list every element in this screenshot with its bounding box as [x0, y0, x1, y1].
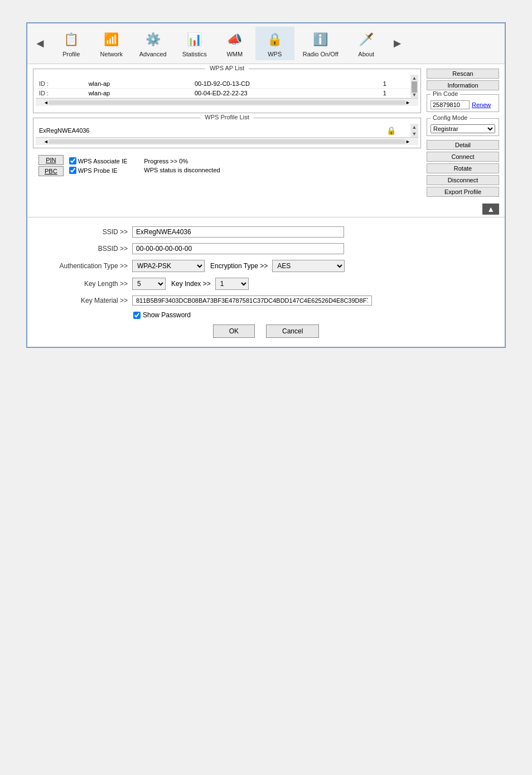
ssid-row: SSID >> — [38, 226, 494, 238]
key-length-row: Key Length >> 5 13 Key Index >> 1 2 — [38, 278, 494, 290]
config-mode-title: Config Mode — [431, 114, 470, 121]
renew-link[interactable]: Renew — [472, 101, 491, 108]
wps-left-panel: WPS AP List ID : wlan-ap 00-1D-92-C0-13-… — [33, 69, 421, 197]
ap-list-hscroll[interactable]: ◄ ► — [36, 98, 418, 106]
wps-controls: PIN PBC WPS Associate IE WPS Probe IE — [33, 153, 421, 178]
bssid-row: BSSID >> — [38, 243, 494, 254]
wps-probe-ie-check-label: WPS Probe IE — [69, 167, 128, 174]
toolbar-item-network[interactable]: 📶 Network — [92, 27, 131, 60]
content-area: WPS AP List ID : wlan-ap 00-1D-92-C0-13-… — [27, 64, 505, 347]
enc-type-select[interactable]: AES TKIP NONE — [272, 260, 345, 272]
wps-associate-ie-checkbox[interactable] — [69, 157, 76, 164]
toolbar-item-wmm[interactable]: 📣 WMM — [215, 27, 254, 60]
expand-button[interactable]: ▲ — [482, 204, 499, 215]
main-window: ◄ 📋 Profile 📶 Network ⚙️ Advanced 📊 Stat… — [26, 22, 506, 348]
profile-vscroll-up-icon[interactable]: ▲ — [412, 124, 417, 130]
ap-ch-1: 1 — [380, 79, 410, 89]
disconnect-button[interactable]: Disconnect — [427, 175, 499, 185]
radio-label: Radio On/Off — [303, 51, 338, 57]
key-index-select[interactable]: 1 2 — [215, 278, 249, 290]
show-password-row: Show Password — [133, 311, 494, 319]
cancel-button[interactable]: Cancel — [266, 324, 319, 338]
information-button[interactable]: Information — [427, 80, 499, 90]
wps-probe-ie-checkbox[interactable] — [69, 167, 76, 174]
pin-button[interactable]: PIN — [38, 155, 64, 165]
wmm-label: WMM — [226, 51, 243, 57]
toolbar-item-radio[interactable]: ℹ️ Radio On/Off — [296, 27, 346, 60]
network-icon: 📶 — [101, 30, 122, 50]
show-password-checkbox[interactable] — [133, 312, 141, 319]
ap-mac-val-2: 00-04-ED-22-22-23 — [191, 89, 380, 98]
ssid-input[interactable] — [132, 226, 344, 238]
key-length-label: Key Length >> — [38, 280, 128, 288]
ap-ch-2: 1 — [380, 89, 410, 98]
vscroll-thumb — [412, 81, 417, 93]
profile-hscroll-right-icon[interactable]: ► — [405, 139, 410, 144]
hscroll-track — [49, 100, 405, 105]
advanced-icon: ⚙️ — [143, 30, 163, 50]
export-profile-button[interactable]: Export Profile — [427, 187, 499, 197]
statistics-label: Statistics — [182, 51, 207, 57]
ap-table-inner: ID : wlan-ap 00-1D-92-C0-13-CD 1 ID : wl… — [36, 75, 410, 98]
radio-icon: ℹ️ — [311, 30, 331, 50]
toolbar-item-profile[interactable]: 📋 Profile — [52, 27, 91, 60]
toolbar-item-about[interactable]: 🗡️ About — [347, 27, 386, 60]
about-label: About — [358, 51, 374, 57]
config-mode-select[interactable]: Registrar Enrollee — [431, 124, 495, 133]
rotate-button[interactable]: Rotate — [427, 163, 499, 173]
profile-vscroll-down-icon[interactable]: ▼ — [412, 130, 417, 137]
connect-button[interactable]: Connect — [427, 152, 499, 162]
ap-name-1: wlan-ap — [85, 79, 171, 89]
wps-status-text: WPS status is disconnected — [144, 167, 220, 173]
key-length-select[interactable]: 5 13 — [132, 278, 166, 290]
toolbar: ◄ 📋 Profile 📶 Network ⚙️ Advanced 📊 Stat… — [27, 23, 505, 64]
hscroll-right-icon[interactable]: ► — [405, 100, 410, 105]
wps-ap-list-box: WPS AP List ID : wlan-ap 00-1D-92-C0-13-… — [33, 69, 421, 113]
ap-mac-val-1: 00-1D-92-C0-13-CD — [191, 79, 380, 89]
wps-top-panel: WPS AP List ID : wlan-ap 00-1D-92-C0-13-… — [27, 64, 505, 201]
wps-right-panel: Rescan Information Pin Code Renew Config… — [427, 69, 499, 197]
bssid-input[interactable] — [132, 243, 344, 254]
toolbar-item-advanced[interactable]: ⚙️ Advanced — [132, 27, 174, 60]
pin-code-title: Pin Code — [431, 90, 460, 97]
table-row[interactable]: ID : wlan-ap 00-1D-92-C0-13-CD 1 — [36, 79, 410, 89]
back-arrow-icon[interactable]: ◄ — [30, 34, 51, 53]
ssid-label: SSID >> — [38, 228, 128, 236]
key-material-input[interactable] — [132, 296, 372, 306]
forward-arrow-icon[interactable]: ► — [387, 34, 408, 53]
profile-list-vscroll[interactable]: ▲ ▼ — [410, 124, 418, 137]
ap-list-vscroll[interactable]: ▲ ▼ — [410, 75, 418, 98]
profile-list-container: ExRegNWEA4036 🔒 ▲ ▼ — [36, 124, 418, 137]
profile-list-inner: ExRegNWEA4036 🔒 — [36, 124, 410, 137]
table-row[interactable]: ID : wlan-ap 00-04-ED-22-22-23 1 — [36, 89, 410, 98]
toolbar-item-wps[interactable]: 🔒 WPS — [255, 27, 294, 60]
auth-type-select[interactable]: WPA2-PSK WPA-PSK OPEN SHARED — [132, 260, 205, 272]
detail-button[interactable]: Detail — [427, 140, 499, 150]
wps-associate-ie-check-label: WPS Associate IE — [69, 157, 128, 164]
profile-hscroll-left-icon[interactable]: ◄ — [43, 139, 49, 144]
key-material-label: Key Material >> — [38, 297, 128, 304]
profile-lock-icon: 🔒 — [386, 126, 396, 135]
toolbar-item-statistics[interactable]: 📊 Statistics — [175, 27, 214, 60]
profile-detail-panel: SSID >> BSSID >> Authentication Type >> … — [27, 217, 505, 347]
pbc-button[interactable]: PBC — [38, 166, 64, 176]
key-material-row: Key Material >> — [38, 296, 494, 306]
hscroll-left-icon[interactable]: ◄ — [43, 100, 49, 105]
profile-row[interactable]: ExRegNWEA4036 🔒 — [36, 124, 410, 137]
show-password-label: Show Password — [143, 311, 191, 319]
rescan-button[interactable]: Rescan — [427, 69, 499, 79]
wps-label: WPS — [268, 51, 282, 57]
profile-icon: 📋 — [61, 30, 81, 50]
network-label: Network — [100, 51, 123, 57]
wps-probe-ie-label: WPS Probe IE — [78, 167, 118, 174]
pin-code-row: Renew — [431, 100, 495, 109]
ap-list-table: ID : wlan-ap 00-1D-92-C0-13-CD 1 ID : wl… — [36, 79, 410, 98]
about-icon: 🗡️ — [356, 30, 376, 50]
vscroll-up-icon[interactable]: ▲ — [412, 75, 417, 81]
ap-id-2: ID : — [36, 89, 85, 98]
pin-code-input[interactable] — [431, 100, 470, 109]
auth-enc-inline: WPA2-PSK WPA-PSK OPEN SHARED Encryption … — [132, 260, 345, 272]
ok-button[interactable]: OK — [213, 324, 255, 338]
profile-list-hscroll[interactable]: ◄ ► — [36, 137, 418, 145]
enc-type-label: Encryption Type >> — [210, 262, 268, 270]
